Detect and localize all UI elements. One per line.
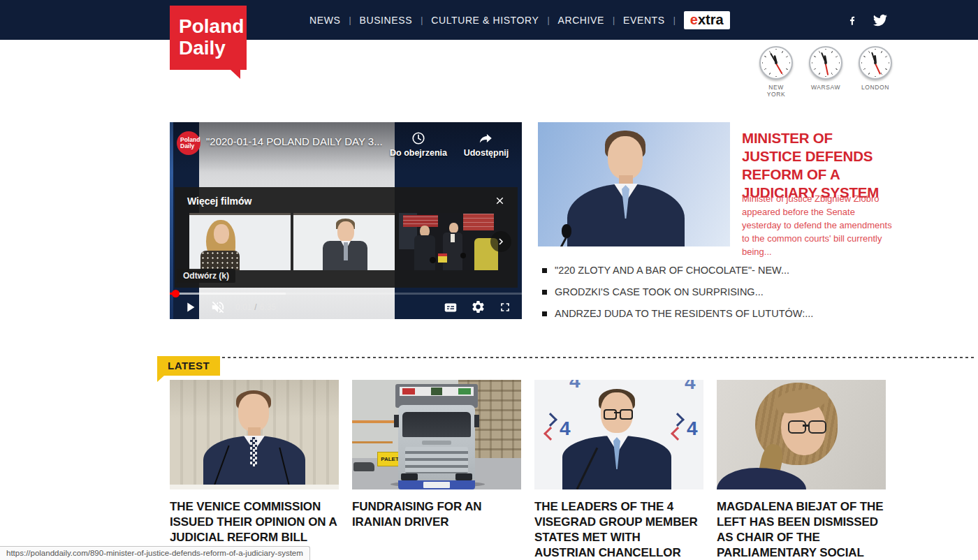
clock-face — [859, 46, 892, 80]
clock-city-label: LONDON — [859, 84, 892, 91]
facebook-icon[interactable] — [847, 13, 858, 28]
headline-item[interactable]: "220 ZLOTY AND A BAR OF CHOCOLATE"- NEW.… — [542, 265, 891, 277]
video-title[interactable]: "2020-01-14 POLAND DAILY DAY 3... — [206, 135, 382, 147]
volume-muted-icon — [210, 300, 226, 315]
article-title[interactable]: FUNDRAISING FOR AN IRANIAN DRIVER — [352, 499, 521, 530]
fullscreen-button[interactable] — [498, 300, 512, 314]
main-nav: NEWS | BUSINESS | CULTURE & HISTORY | AR… — [309, 0, 730, 40]
time-display: 0:01/6:35 — [235, 302, 276, 312]
top-navigation-bar: NEWS | BUSINESS | CULTURE & HISTORY | AR… — [0, 0, 978, 40]
clock-city-label: NEW YORK — [759, 84, 793, 98]
grille — [405, 447, 468, 473]
logo-line1: Poland — [179, 15, 247, 37]
windshield — [402, 412, 471, 437]
protest-sign — [403, 215, 438, 227]
video-thumbnail-1[interactable] — [189, 213, 291, 270]
gear-icon — [471, 300, 486, 314]
checkered-tie — [250, 437, 257, 466]
video-thumbnail-3[interactable] — [399, 213, 500, 270]
headline-item[interactable]: ANDRZEJ DUDA TO THE RESIDENTS OF LUTUTÓW… — [542, 308, 891, 320]
play-tooltip: Odtwórz (k) — [177, 269, 235, 283]
latest-article-card-2: PALET FUNDRAISING FOR AN IRANIAN DRIVER — [352, 380, 521, 540]
clock-new-york: NEW YORK — [759, 46, 793, 98]
nav-item-events[interactable]: EVENTS — [623, 15, 665, 26]
tie — [344, 242, 348, 260]
nav-item-archive[interactable]: ARCHIVE — [558, 15, 604, 26]
latest-article-card-4: MAGDALENA BIEJAT OF THE LEFT HAS BEEN DI… — [717, 380, 886, 560]
glasses — [604, 409, 632, 419]
featured-article-title[interactable]: MINISTER OF JUSTICE DEFENDS REFORM OF A … — [742, 129, 893, 202]
article-title[interactable]: THE LEADERS OF THE 4 VISEGRAD GROUP MEMB… — [534, 499, 703, 560]
logo-line2: Daily — [179, 37, 247, 59]
square-bullet-icon — [542, 268, 547, 273]
glasses — [788, 420, 826, 434]
license-plate — [423, 482, 450, 488]
poland-daily-homepage: NEWS | BUSINESS | CULTURE & HISTORY | AR… — [0, 0, 978, 560]
featured-article-excerpt: Minister of justice Zbigniew Ziobro appe… — [742, 192, 893, 258]
more-videos-title: Więcej filmów — [187, 196, 251, 207]
dotted-divider — [222, 357, 977, 358]
share-icon — [479, 131, 494, 146]
nav-item-business[interactable]: BUSINESS — [360, 15, 413, 26]
subtitles-icon — [443, 300, 458, 315]
extra-logo-e: e — [690, 12, 698, 27]
fullscreen-icon — [498, 300, 512, 314]
nav-item-culture-history[interactable]: CULTURE & HISTORY — [431, 15, 539, 26]
latest-section-label: LATEST — [157, 356, 220, 376]
nav-item-extra[interactable]: extra — [684, 11, 730, 29]
article-image-venice-commission[interactable] — [170, 380, 339, 489]
settings-button[interactable] — [471, 300, 486, 314]
featured-article-image[interactable] — [538, 122, 730, 246]
video-controls: 0:01/6:35 — [170, 295, 522, 319]
nav-separator: | — [421, 15, 423, 25]
mute-button[interactable] — [210, 300, 226, 315]
nav-separator: | — [349, 15, 351, 25]
watch-later-button[interactable]: Do obejrzenia — [388, 131, 449, 158]
article-image-truck[interactable]: PALET — [352, 380, 521, 489]
latest-article-card-1: THE VENICE COMMISSION ISSUED THEIR OPINI… — [170, 380, 339, 555]
parked-car — [353, 462, 374, 471]
subtitles-button[interactable] — [443, 300, 458, 315]
extra-logo-xtra: xtra — [698, 12, 724, 27]
world-clocks: NEW YORK WARSAW LONDON — [759, 46, 892, 98]
square-bullet-icon — [542, 311, 547, 316]
protest-sign — [463, 214, 494, 230]
close-icon[interactable] — [494, 195, 506, 209]
channel-avatar[interactable]: Poland Daily — [177, 131, 200, 155]
watch-later-icon — [411, 131, 426, 146]
v4-logo: 4 — [678, 380, 703, 390]
play-icon — [182, 300, 198, 315]
clock-city-label: WARSAW — [809, 84, 842, 91]
headline-list: "220 ZLOTY AND A BAR OF CHOCOLATE"- NEW.… — [542, 265, 891, 330]
clock-london: LONDON — [859, 46, 892, 98]
video-thumbnail-2[interactable] — [293, 213, 395, 270]
microphone — [460, 253, 466, 258]
nav-item-news[interactable]: NEWS — [309, 15, 340, 26]
youtube-video-player[interactable]: Poland Daily "2020-01-14 POLAND DAILY DA… — [170, 122, 522, 319]
article-title[interactable]: THE VENICE COMMISSION ISSUED THEIR OPINI… — [170, 499, 339, 545]
play-button[interactable] — [182, 300, 198, 315]
share-button[interactable]: Udostępnij — [459, 131, 513, 158]
headline-item[interactable]: GRODZKI'S CASE TOOK ON SURPRISING... — [542, 286, 891, 298]
article-image-magdalena-biejat[interactable] — [717, 380, 886, 489]
social-links — [847, 0, 889, 40]
truck — [394, 384, 479, 489]
poland-daily-logo[interactable]: Poland Daily — [170, 6, 247, 70]
v4-logo: 4 — [671, 413, 703, 444]
clock-warsaw: WARSAW — [809, 46, 842, 98]
article-title[interactable]: MAGDALENA BIEJAT OF THE LEFT HAS BEEN DI… — [717, 499, 886, 560]
latest-article-card-3: 4 4 4 4 THE LEADE — [534, 380, 703, 560]
next-thumbnails-button[interactable] — [490, 231, 511, 252]
article-image-v4-summit[interactable]: 4 4 4 4 — [534, 380, 703, 489]
square-bullet-icon — [542, 290, 547, 295]
microphone — [562, 224, 571, 238]
twitter-icon[interactable] — [872, 13, 889, 27]
blazer — [717, 468, 806, 489]
clock-face — [809, 46, 842, 80]
chevron-right-icon — [495, 236, 506, 247]
blouse — [200, 251, 240, 270]
nav-separator: | — [547, 15, 549, 25]
nav-separator: | — [673, 15, 676, 25]
v4-logo: 4 — [544, 413, 579, 444]
v4-logo: 4 — [554, 380, 589, 391]
